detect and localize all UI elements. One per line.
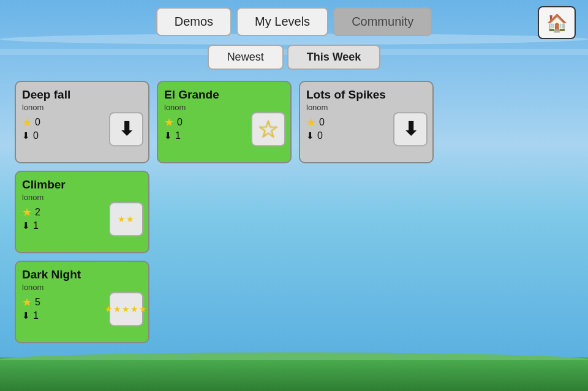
- mylevels-tab[interactable]: My Levels: [236, 7, 328, 36]
- cards-grid: Deep fall lonom ★ 0 ⬇ 0 ⬇: [12, 81, 576, 253]
- download-count: 1: [33, 220, 39, 231]
- newest-tab[interactable]: Newest: [208, 45, 284, 70]
- star-icon: ★: [22, 206, 32, 219]
- star-count: 0: [177, 117, 183, 128]
- card-climber: Climber lonom ★ 2 ⬇ 1 ★★: [15, 171, 149, 253]
- card-title: El Grande: [164, 88, 284, 102]
- card-lots-of-spikes: Lots of Spikes lonom ★ 0 ⬇ 0 ⬇: [299, 81, 434, 163]
- stars-small-icon: ★★: [118, 214, 135, 224]
- download-count: 0: [33, 130, 39, 141]
- card-author: lonom: [306, 103, 426, 112]
- download-icon: ⬇: [22, 130, 30, 141]
- card-author: lonom: [22, 283, 142, 292]
- cards-grid-row2: Dark Night lonom ★ 5 ⬇ 1 ★★★★★: [12, 261, 576, 343]
- download-arrow-icon: ⬇: [119, 118, 134, 140]
- card-title: Lots of Spikes: [306, 88, 426, 102]
- home-button[interactable]: 🏠: [538, 6, 576, 39]
- demos-tab[interactable]: Demos: [156, 7, 232, 36]
- card-deep-fall: Deep fall lonom ★ 0 ⬇ 0 ⬇: [15, 81, 149, 163]
- card-el-grande: El Grande lonom ★ 0 ⬇ 1 ☆: [157, 81, 292, 163]
- star-big-icon: ☆: [257, 115, 279, 143]
- card-title: Deep fall: [22, 88, 142, 102]
- download-count: 1: [175, 130, 181, 141]
- star-icon: ★: [306, 116, 316, 129]
- star-count: 5: [35, 297, 40, 308]
- card-action-button[interactable]: ★★★★★: [109, 292, 143, 326]
- thisweek-tab[interactable]: This Week: [287, 45, 381, 70]
- top-navigation: Demos My Levels Community 🏠: [12, 7, 576, 36]
- star-count: 2: [35, 207, 40, 218]
- stars-small-icon: ★★★★★: [105, 304, 148, 314]
- card-author: lonom: [22, 193, 142, 202]
- download-icon: ⬇: [22, 310, 30, 321]
- download-icon: ⬇: [22, 220, 30, 231]
- star-icon: ★: [22, 116, 32, 129]
- download-icon: ⬇: [306, 130, 314, 141]
- sub-navigation: Newest This Week: [12, 45, 576, 70]
- star-count: 0: [35, 117, 40, 128]
- star-icon: ★: [164, 116, 174, 129]
- community-tab[interactable]: Community: [333, 7, 432, 36]
- card-action-button[interactable]: ⬇: [109, 112, 143, 146]
- card-title: Climber: [22, 178, 142, 192]
- download-arrow-icon: ⬇: [403, 118, 418, 140]
- card-action-button[interactable]: ☆: [251, 112, 285, 146]
- card-action-button[interactable]: ★★: [109, 202, 143, 236]
- star-count: 0: [319, 117, 325, 128]
- home-icon: 🏠: [546, 13, 568, 33]
- download-count: 0: [317, 130, 323, 141]
- card-author: lonom: [164, 103, 284, 112]
- card-author: lonom: [22, 103, 142, 112]
- card-dark-night: Dark Night lonom ★ 5 ⬇ 1 ★★★★★: [15, 261, 149, 343]
- download-count: 1: [33, 310, 39, 321]
- card-title: Dark Night: [22, 268, 142, 281]
- star-icon: ★: [22, 296, 32, 309]
- card-action-button[interactable]: ⬇: [393, 112, 428, 146]
- download-icon: ⬇: [164, 130, 172, 141]
